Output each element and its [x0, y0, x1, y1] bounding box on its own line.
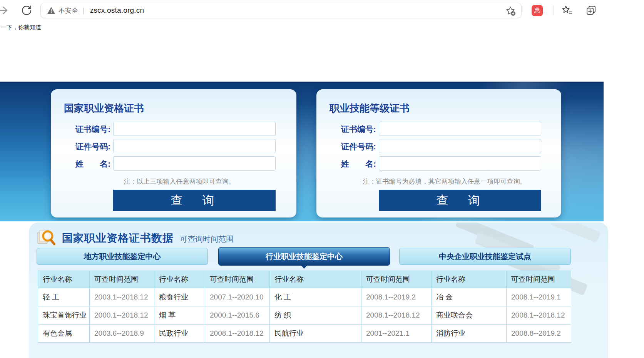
table-header-cell: 可查时间范围 — [361, 271, 432, 288]
table-header-cell: 行业名称 — [38, 271, 90, 288]
national-certificate-card: 国家职业资格证书 证书编号: 证件号码: 姓 名: 注：以上三项输入任意两项即可… — [51, 89, 296, 217]
tab-central-enterprise[interactable]: 中央企业职业技能鉴定试点 — [399, 248, 571, 265]
extension-glyph: 惠 — [534, 7, 540, 15]
industry-name-cell: 民政行业 — [154, 325, 205, 343]
industry-name-cell: 烟 草 — [154, 306, 205, 325]
reload-icon[interactable] — [21, 5, 32, 16]
id-number-input[interactable] — [113, 139, 276, 153]
name-input[interactable] — [113, 156, 276, 171]
search-docs-icon — [37, 228, 57, 246]
forward-icon[interactable] — [0, 5, 11, 16]
name-label: 姓 名: — [328, 159, 376, 169]
query-button[interactable]: 查 询 — [113, 190, 276, 211]
table-row: 轻 工2003.1--2018.12粮食行业2007.1--2020.10化 工… — [38, 288, 571, 306]
browser-toolbar: 不安全 | zscx.osta.org.cn 惠 — [0, 0, 644, 21]
data-table: 行业名称可查时间范围行业名称可查时间范围行业名称可查时间范围行业名称可查时间范围… — [38, 271, 571, 343]
section-header: 国家职业资格证书数据 可查询时间范围 — [37, 228, 234, 246]
table-row: 珠宝首饰行业2000.1--2018.12烟 草2000.1--2015.6纺 … — [38, 306, 571, 325]
certificate-number-label: 证书编号: — [62, 124, 110, 135]
time-range-cell: 2008.1--2018.12 — [361, 306, 432, 325]
query-note: 注：证书编号为必填，其它两项输入任意一项即可查询。 — [332, 177, 557, 186]
certificate-number-input[interactable] — [113, 122, 276, 136]
industry-name-cell: 有色金属 — [38, 325, 90, 343]
time-range-cell: 2008.1--2019.2 — [361, 288, 432, 306]
time-range-cell: 2000.1--2015.6 — [205, 306, 270, 325]
name-label: 姓 名: — [62, 159, 110, 169]
query-note: 注：以上三项输入任意两项即可查询。 — [66, 177, 293, 186]
time-range-cell: 2008.1--2018.12 — [205, 325, 270, 343]
bookmarks-bar: 一下，你就知道 — [0, 21, 644, 35]
time-range-cell: 2001--2021.1 — [361, 325, 432, 343]
id-number-input[interactable] — [379, 139, 541, 153]
id-number-label: 证件号码: — [62, 141, 110, 152]
tab-industry-centers[interactable]: 行业职业技能鉴定中心 — [218, 247, 390, 266]
security-label: 不安全 — [59, 6, 78, 15]
tab-label: 中央企业职业技能鉴定试点 — [439, 251, 531, 262]
section-title: 国家职业资格证书数据 — [62, 231, 174, 246]
certificate-number-input[interactable] — [379, 122, 541, 136]
industry-name-cell: 消防行业 — [432, 325, 507, 343]
site-header: ETTIC 技能人才评价证书全国联网查询 — [0, 35, 604, 82]
industry-name-cell: 民航行业 — [270, 325, 361, 343]
time-range-cell: 2007.1--2020.10 — [205, 288, 270, 306]
warning-icon — [47, 7, 55, 14]
time-range-cell: 2003.1--2018.12 — [90, 288, 154, 306]
tab-label: 行业职业技能鉴定中心 — [266, 251, 343, 262]
skill-level-certificate-card: 职业技能等级证书 证书编号: 证件号码: 姓 名: 注：证书编号为必填，其它两项… — [316, 89, 561, 217]
tab-label: 地方职业技能鉴定中心 — [84, 251, 161, 262]
name-input[interactable] — [379, 156, 541, 171]
id-number-label: 证件号码: — [328, 141, 376, 152]
industry-name-cell: 商业联合会 — [432, 306, 507, 325]
section-subtitle: 可查询时间范围 — [180, 234, 234, 246]
url-bar[interactable]: 不安全 | zscx.osta.org.cn — [40, 3, 522, 18]
time-range-cell: 2008.8--2019.2 — [507, 325, 571, 343]
extension-icon[interactable]: 惠 — [532, 5, 543, 16]
collections-icon[interactable] — [585, 5, 597, 16]
industry-name-cell: 轻 工 — [38, 288, 90, 306]
bookmark-item[interactable]: 一下，你就知道 — [1, 24, 41, 31]
time-range-cell: 2008.1--2019.1 — [507, 288, 571, 306]
security-chip[interactable]: 不安全 — [47, 6, 78, 15]
table-header-cell: 行业名称 — [432, 271, 507, 288]
favorites-hub-icon[interactable] — [561, 5, 573, 16]
url-text: zscx.osta.org.cn — [90, 6, 144, 15]
table-header-cell: 可查时间范围 — [90, 271, 154, 288]
industry-name-cell: 化 工 — [270, 288, 361, 306]
industry-name-cell: 珠宝首饰行业 — [38, 306, 90, 325]
data-section-panel: 国家职业资格证书数据 可查询时间范围 地方职业技能鉴定中心 行业职业技能鉴定中心… — [29, 222, 608, 358]
add-favorite-icon[interactable] — [505, 6, 516, 16]
industry-name-cell: 粮食行业 — [154, 288, 205, 306]
browser-window: 不安全 | zscx.osta.org.cn 惠 一下，你就知道 — [0, 0, 644, 358]
industry-name-cell: 冶 金 — [432, 288, 507, 306]
url-separator: | — [83, 7, 85, 15]
certificate-number-label: 证书编号: — [328, 124, 376, 135]
time-range-cell: 2003.6--2018.9 — [90, 325, 154, 343]
card-title: 国家职业资格证书 — [64, 102, 144, 115]
toolbar-divider — [554, 5, 554, 15]
industry-name-cell: 纺 织 — [270, 306, 361, 325]
table-header-cell: 可查时间范围 — [205, 271, 270, 288]
card-title: 职业技能等级证书 — [330, 102, 410, 115]
table-header-cell: 行业名称 — [154, 271, 205, 288]
tab-local-centers[interactable]: 地方职业技能鉴定中心 — [37, 248, 208, 265]
time-range-cell: 2000.1--2018.12 — [90, 306, 154, 325]
table-header-cell: 可查时间范围 — [507, 271, 571, 288]
time-range-cell: 2008.1--2018.12 — [507, 306, 571, 325]
table-row: 有色金属2003.6--2018.9民政行业2008.1--2018.12民航行… — [38, 325, 571, 343]
hero-band: 国家职业资格证书 证书编号: 证件号码: 姓 名: 注：以上三项输入任意两项即可… — [0, 82, 604, 221]
query-button[interactable]: 查 询 — [379, 190, 541, 211]
table-header-cell: 行业名称 — [270, 271, 361, 288]
